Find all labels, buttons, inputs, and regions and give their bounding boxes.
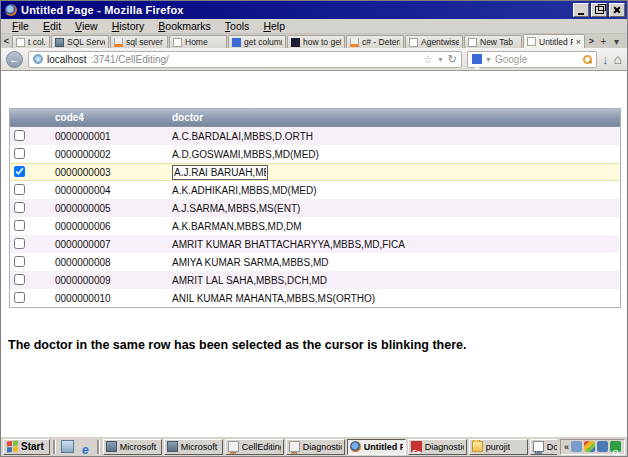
- site-identity-icon[interactable]: [33, 54, 43, 64]
- quick-launch-icon[interactable]: [61, 440, 74, 453]
- tray-icon[interactable]: [597, 441, 608, 452]
- tray-icon[interactable]: [610, 441, 621, 452]
- cell-doctor[interactable]: AMIYA KUMAR SARMA,MBBS,MD: [172, 257, 620, 268]
- table-row[interactable]: 0000000009 AMRIT LAL SAHA,MBBS,DCH,MD: [10, 271, 620, 289]
- tray-icon[interactable]: [571, 441, 582, 452]
- cell-code[interactable]: 0000000006: [55, 221, 172, 232]
- row-checkbox[interactable]: [14, 202, 25, 213]
- row-checkbox[interactable]: [14, 274, 25, 285]
- cell-code[interactable]: 0000000009: [55, 275, 172, 286]
- row-checkbox[interactable]: [14, 220, 25, 231]
- row-checkbox[interactable]: [14, 256, 25, 267]
- taskbar-button[interactable]: Untitled P...: [347, 439, 406, 455]
- browser-tab[interactable]: c# - Determi... ×: [346, 35, 404, 48]
- table-row[interactable]: 0000000010 ANIL KUMAR MAHANTA,MBBS,MS(OR…: [10, 289, 620, 307]
- search-magnifier-icon[interactable]: [583, 55, 592, 64]
- close-button[interactable]: [609, 3, 625, 17]
- table-row[interactable]: 0000000001 A.C.BARDALAI,MBBS,D.ORTH: [10, 127, 620, 145]
- row-checkbox[interactable]: [14, 184, 25, 195]
- cell-doctor[interactable]: A.J.SARMA,MBBS,MS(ENT): [172, 203, 620, 214]
- search-field[interactable]: ▼ Google: [467, 51, 597, 68]
- new-tab-button[interactable]: +: [597, 35, 610, 48]
- browser-tab[interactable]: get column n... ×: [228, 35, 286, 48]
- browser-tab[interactable]: Agentwise C... ×: [405, 35, 463, 48]
- tab-scroll-left-icon[interactable]: <: [1, 35, 12, 48]
- row-checkbox[interactable]: [14, 238, 25, 249]
- row-checkbox[interactable]: [14, 130, 25, 141]
- menu-item[interactable]: File: [5, 20, 36, 32]
- row-checkbox[interactable]: [14, 148, 25, 159]
- cell-code[interactable]: 0000000005: [55, 203, 172, 214]
- tab-favicon-icon: [291, 38, 300, 47]
- taskbar-button[interactable]: Microsoft S...: [164, 439, 223, 455]
- browser-tab[interactable]: t col... ×: [12, 35, 50, 48]
- cell-select: [10, 130, 55, 143]
- table-row[interactable]: 0000000006 A.K.BARMAN,MBBS,MD,DM: [10, 217, 620, 235]
- browser-tab[interactable]: Untitled P... ×: [523, 34, 585, 48]
- tab-close-icon[interactable]: ×: [576, 37, 581, 47]
- cell-code[interactable]: 0000000001: [55, 131, 172, 142]
- table-row[interactable]: 0000000004 A.K.ADHIKARI,MBBS,MD(MED): [10, 181, 620, 199]
- url-field[interactable]: localhost :3741/CellEditing/ ☆ ▼ ↻: [28, 51, 462, 68]
- tab-label: get column n...: [244, 37, 282, 47]
- cell-doctor[interactable]: A.K.ADHIKARI,MBBS,MD(MED): [172, 185, 620, 196]
- bookmark-star-icon[interactable]: ☆: [423, 54, 433, 65]
- table-row[interactable]: 0000000008 AMIYA KUMAR SARMA,MBBS,MD: [10, 253, 620, 271]
- doctor-edit-input[interactable]: [172, 165, 268, 180]
- taskbar-button[interactable]: CellEditing ...: [225, 439, 284, 455]
- cell-code[interactable]: 0000000008: [55, 257, 172, 268]
- table-row[interactable]: 0000000005 A.J.SARMA,MBBS,MS(ENT): [10, 199, 620, 217]
- restore-icon: [595, 6, 604, 14]
- google-engine-icon[interactable]: [472, 54, 482, 64]
- row-checkbox[interactable]: [14, 166, 25, 177]
- taskbar-button-icon: [350, 441, 361, 452]
- cell-doctor[interactable]: A.C.BARDALAI,MBBS,D.ORTH: [172, 131, 620, 142]
- menu-item[interactable]: Bookmarks: [151, 20, 218, 32]
- table-row[interactable]: 0000000003 A.J.RAI BARUAH,MBBS: [10, 163, 620, 181]
- restore-button[interactable]: [591, 3, 607, 17]
- url-dropdown-icon[interactable]: ▼: [437, 56, 444, 63]
- row-checkbox[interactable]: [14, 292, 25, 303]
- minimize-button[interactable]: [573, 3, 589, 17]
- cell-doctor[interactable]: AMRIT LAL SAHA,MBBS,DCH,MD: [172, 275, 620, 286]
- cell-code[interactable]: 0000000003: [55, 167, 172, 178]
- home-icon[interactable]: ⌂: [614, 52, 622, 66]
- menu-item[interactable]: History: [105, 20, 152, 32]
- cell-doctor[interactable]: A.D.GOSWAMI,MBBS,MD(MED): [172, 149, 620, 160]
- cell-code[interactable]: 0000000010: [55, 293, 172, 304]
- browser-tab[interactable]: sql server 20... ×: [110, 35, 168, 48]
- browser-tab[interactable]: New Tab ×: [464, 35, 522, 48]
- cell-doctor[interactable]: AMRIT KUMAR BHATTACHARYYA,MBBS,MD,FICA: [172, 239, 620, 250]
- doctor-name: AMIYA KUMAR SARMA,MBBS,MD: [172, 257, 329, 268]
- menu-item[interactable]: Edit: [36, 20, 68, 32]
- browser-tab[interactable]: how to get t... ×: [287, 35, 345, 48]
- cell-code[interactable]: 0000000002: [55, 149, 172, 160]
- tray-collapse-icon[interactable]: «: [564, 442, 569, 452]
- menu-item[interactable]: Tools: [218, 20, 257, 32]
- taskbar-button[interactable]: Diagnostics...: [286, 439, 345, 455]
- taskbar-button[interactable]: purojit: [469, 439, 528, 455]
- cell-doctor[interactable]: A.J.RAI BARUAH,MBBS: [172, 165, 620, 180]
- back-button[interactable]: ←: [6, 51, 23, 68]
- search-engine-dropdown-icon[interactable]: ▼: [485, 56, 492, 63]
- menu-item[interactable]: View: [68, 20, 105, 32]
- start-button[interactable]: Start: [3, 439, 50, 455]
- menu-item[interactable]: Help: [256, 20, 292, 32]
- list-all-tabs-icon[interactable]: ▾: [610, 35, 623, 48]
- cell-code[interactable]: 0000000007: [55, 239, 172, 250]
- cell-doctor[interactable]: ANIL KUMAR MAHANTA,MBBS,MS(ORTHO): [172, 293, 620, 304]
- taskbar-button[interactable]: Microsoft S...: [103, 439, 162, 455]
- reload-icon[interactable]: ↻: [448, 54, 457, 65]
- cell-code[interactable]: 0000000004: [55, 185, 172, 196]
- table-row[interactable]: 0000000002 A.D.GOSWAMI,MBBS,MD(MED): [10, 145, 620, 163]
- taskbar-button[interactable]: Diagnostics...: [408, 439, 467, 455]
- browser-tab[interactable]: SQL Server F... ×: [51, 35, 109, 48]
- table-row[interactable]: 0000000007 AMRIT KUMAR BHATTACHARYYA,MBB…: [10, 235, 620, 253]
- taskbar-button[interactable]: Document1...: [530, 439, 557, 455]
- tray-icon[interactable]: [584, 441, 595, 452]
- browser-tab[interactable]: Home ×: [169, 35, 227, 48]
- tab-scroll-right-icon[interactable]: >: [586, 35, 597, 48]
- downloads-icon[interactable]: ↓: [602, 53, 609, 66]
- cell-doctor[interactable]: A.K.BARMAN,MBBS,MD,DM: [172, 221, 620, 232]
- quick-launch-icon[interactable]: [79, 440, 92, 453]
